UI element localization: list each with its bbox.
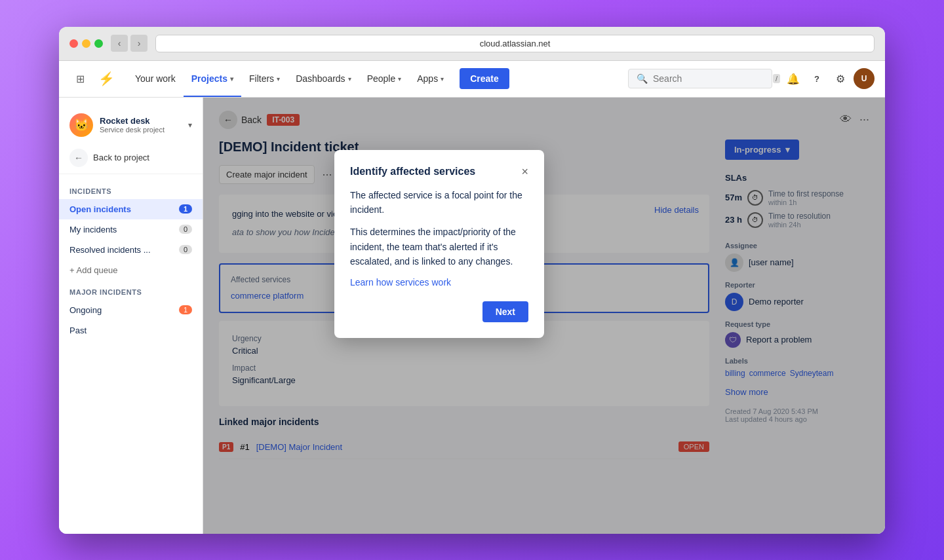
modal-overlay: Identify affected services × The affecte… (203, 98, 885, 534)
apps-link[interactable]: Apps ▾ (409, 60, 452, 97)
modal-footer: Next (350, 301, 528, 322)
sidebar: 🐱 Rocket desk Service desk project ▾ ← B… (59, 98, 203, 534)
incidents-section-title: Incidents (59, 179, 203, 199)
user-avatar[interactable]: U (854, 68, 875, 89)
sidebar-item-past[interactable]: Past (59, 320, 203, 341)
projects-link[interactable]: Projects ▾ (184, 60, 241, 97)
modal-next-button[interactable]: Next (482, 301, 528, 322)
ongoing-badge: 1 (179, 305, 192, 314)
top-nav: ⊞ ⚡ Your work Projects ▾ Filters ▾ Dashb… (59, 61, 885, 98)
dot-green[interactable] (94, 39, 103, 48)
browser-nav: ‹ › (111, 35, 148, 52)
search-shortcut: / (773, 74, 780, 83)
identify-services-modal: Identify affected services × The affecte… (334, 150, 544, 339)
learn-services-link[interactable]: Learn how services work (350, 277, 451, 288)
settings-icon[interactable]: ⚙ (830, 68, 851, 89)
projects-chevron-icon: ▾ (230, 75, 233, 83)
filters-link[interactable]: Filters ▾ (241, 60, 288, 97)
dot-yellow[interactable] (82, 39, 90, 48)
browser-back-button[interactable]: ‹ (111, 35, 128, 52)
dot-red[interactable] (69, 39, 78, 48)
nav-links: Your work Projects ▾ Filters ▾ Dashboard… (127, 60, 452, 97)
open-incidents-badge: 1 (179, 204, 192, 214)
dashboards-chevron-icon: ▾ (348, 75, 351, 83)
sidebar-item-ongoing[interactable]: Ongoing 1 (59, 300, 203, 320)
sidebar-project-header[interactable]: 🐱 Rocket desk Service desk project ▾ (59, 108, 203, 142)
url-bar[interactable]: cloud.atlassian.net (155, 35, 875, 52)
create-button[interactable]: Create (460, 68, 509, 89)
your-work-link[interactable]: Your work (127, 60, 184, 97)
my-incidents-badge: 0 (179, 225, 192, 234)
sidebar-item-resolved-incidents[interactable]: Resolved incidents ... 0 (59, 240, 203, 260)
atlassian-icon[interactable]: ⚡ (96, 68, 117, 89)
back-arrow-icon: ← (69, 149, 88, 167)
main-layout: 🐱 Rocket desk Service desk project ▾ ← B… (59, 98, 885, 534)
dashboards-link[interactable]: Dashboards ▾ (288, 60, 359, 97)
apps-chevron-icon: ▾ (441, 75, 444, 83)
search-input[interactable] (653, 73, 768, 84)
modal-title: Identify affected services (350, 166, 475, 177)
nav-right-icons: 🔔 ? ⚙ U (783, 68, 875, 89)
sidebar-project-avatar: 🐱 (69, 113, 93, 137)
modal-header: Identify affected services × (350, 166, 528, 177)
major-incidents-section-title: Major incidents (59, 280, 203, 300)
grid-icon[interactable]: ⊞ (69, 68, 90, 89)
filters-chevron-icon: ▾ (277, 75, 280, 83)
sidebar-item-open-incidents[interactable]: Open incidents 1 (59, 199, 203, 219)
add-queue-button[interactable]: + Add queue (59, 260, 203, 280)
people-link[interactable]: People ▾ (359, 60, 410, 97)
modal-body-1: The affected service is a focal point fo… (350, 188, 528, 217)
sidebar-project-type: Service desk project (100, 126, 165, 134)
back-to-project[interactable]: ← Back to project (59, 142, 203, 174)
content-area: ← Back IT-003 👁 ··· [DEMO] Incident tick… (203, 98, 885, 534)
notification-bell-icon[interactable]: 🔔 (783, 68, 804, 89)
resolved-incidents-badge: 0 (179, 245, 192, 254)
people-chevron-icon: ▾ (398, 75, 401, 83)
modal-body-2: This determines the impact/priority of t… (350, 225, 528, 269)
browser-forward-button[interactable]: › (130, 35, 148, 52)
browser-chrome: ‹ › cloud.atlassian.net (59, 27, 885, 61)
sidebar-project-name: Rocket desk (100, 116, 165, 126)
modal-close-button[interactable]: × (521, 166, 528, 177)
sidebar-expand-icon: ▾ (188, 121, 192, 130)
sidebar-item-my-incidents[interactable]: My incidents 0 (59, 219, 203, 240)
search-icon: 🔍 (637, 73, 648, 84)
search-box[interactable]: 🔍 / (628, 69, 772, 88)
help-icon[interactable]: ? (806, 68, 827, 89)
browser-dots (69, 39, 103, 48)
